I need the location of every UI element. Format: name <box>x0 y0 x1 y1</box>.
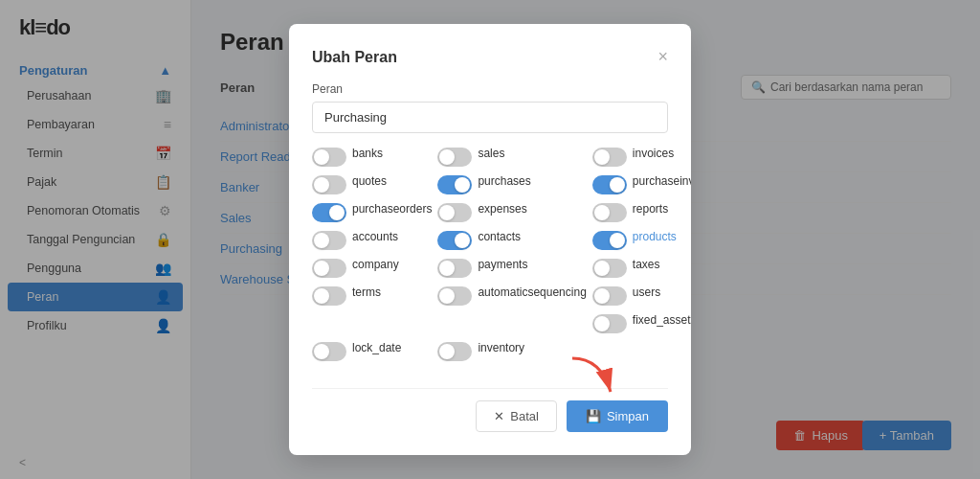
perm-label-fixed-assets: fixed_assets <box>633 313 691 329</box>
perm-purchases: purchases <box>437 174 586 194</box>
modal-title: Ubah Peran <box>312 49 397 66</box>
perm-label-expenses: expenses <box>478 202 526 217</box>
perm-label-quotes: quotes <box>352 174 387 190</box>
perm-accounts: accounts <box>312 230 432 250</box>
perm-invoices: invoices <box>592 147 691 167</box>
perm-label-purchaseorders: purchaseorders <box>352 202 432 217</box>
toggle-inventory[interactable] <box>437 342 472 361</box>
perm-label-inventory: inventory <box>478 341 524 356</box>
toggle-fixed-assets[interactable] <box>592 314 627 333</box>
toggle-company[interactable] <box>312 259 346 278</box>
toggle-accounts[interactable] <box>312 231 346 250</box>
simpan-label: Simpan <box>607 409 649 423</box>
perm-fixed-assets: fixed_assets <box>592 313 691 333</box>
perm-label-contacts: contacts <box>478 230 521 245</box>
arrow-indicator <box>563 354 620 401</box>
perm-sales: sales <box>437 147 586 167</box>
modal-field-label: Peran <box>312 82 668 96</box>
toggle-reports[interactable] <box>592 203 627 222</box>
perm-label-lock-date: lock_date <box>352 341 401 356</box>
perm-contacts: contacts <box>437 230 586 250</box>
x-icon: ✕ <box>494 409 504 423</box>
perm-label-reports: reports <box>633 202 668 217</box>
toggle-quotes[interactable] <box>312 175 346 194</box>
perm-company: company <box>312 258 432 278</box>
perm-label-automaticsequencing: automaticsequencing <box>478 285 586 301</box>
toggle-contacts[interactable] <box>437 231 472 250</box>
perm-purchaseinvoices: purchaseinvoices <box>592 174 691 194</box>
perm-purchaseorders: purchaseorders <box>312 202 432 222</box>
toggle-invoices[interactable] <box>592 148 627 167</box>
batal-label: Batal <box>510 409 539 423</box>
perm-label-purchaseinvoices: purchaseinvoices <box>633 174 691 190</box>
perm-banks: banks <box>312 147 432 167</box>
modal-overlay: Ubah Peran × Peran banks sales invoices … <box>0 0 980 479</box>
simpan-button[interactable]: 💾 Simpan <box>567 400 668 432</box>
batal-button[interactable]: ✕ Batal <box>476 400 557 432</box>
perm-label-payments: payments <box>478 258 527 273</box>
toggle-terms[interactable] <box>312 286 346 306</box>
perm-reports: reports <box>592 202 691 222</box>
permissions-grid: banks sales invoices quotes purchases <box>312 147 668 361</box>
perm-label-products: products <box>633 230 677 245</box>
toggle-users[interactable] <box>592 286 627 306</box>
perm-terms: terms <box>312 285 432 306</box>
perm-label-invoices: invoices <box>633 147 674 162</box>
toggle-sales[interactable] <box>437 148 472 167</box>
modal-close-button[interactable]: × <box>657 47 668 67</box>
toggle-lock-date[interactable] <box>312 342 346 361</box>
perm-users: users <box>592 285 691 306</box>
perm-taxes: taxes <box>592 258 691 278</box>
peran-input[interactable] <box>312 102 668 133</box>
perm-products: products <box>592 230 691 250</box>
perm-label-sales: sales <box>478 147 504 162</box>
perm-quotes: quotes <box>312 174 432 194</box>
perm-label-purchases: purchases <box>478 174 530 190</box>
perm-label-accounts: accounts <box>352 230 398 245</box>
toggle-products[interactable] <box>592 231 627 250</box>
toggle-purchaseinvoices[interactable] <box>592 175 627 194</box>
perm-label-users: users <box>633 285 660 301</box>
toggle-automaticsequencing[interactable] <box>437 286 472 306</box>
perm-automaticsequencing: automaticsequencing <box>437 285 586 306</box>
toggle-expenses[interactable] <box>437 203 472 222</box>
toggle-purchaseorders[interactable] <box>312 203 346 222</box>
toggle-payments[interactable] <box>437 259 472 278</box>
toggle-banks[interactable] <box>312 148 346 167</box>
perm-lock-date: lock_date <box>312 341 432 361</box>
modal-header: Ubah Peran × <box>312 47 668 67</box>
toggle-taxes[interactable] <box>592 259 627 278</box>
perm-expenses: expenses <box>437 202 586 222</box>
perm-label-taxes: taxes <box>633 258 660 273</box>
toggle-purchases[interactable] <box>437 175 472 194</box>
perm-label-banks: banks <box>352 147 383 162</box>
perm-label-company: company <box>352 258 399 273</box>
perm-label-terms: terms <box>352 285 381 301</box>
perm-payments: payments <box>437 258 586 278</box>
modal-ubah-peran: Ubah Peran × Peran banks sales invoices … <box>289 24 691 455</box>
save-icon: 💾 <box>586 409 601 423</box>
